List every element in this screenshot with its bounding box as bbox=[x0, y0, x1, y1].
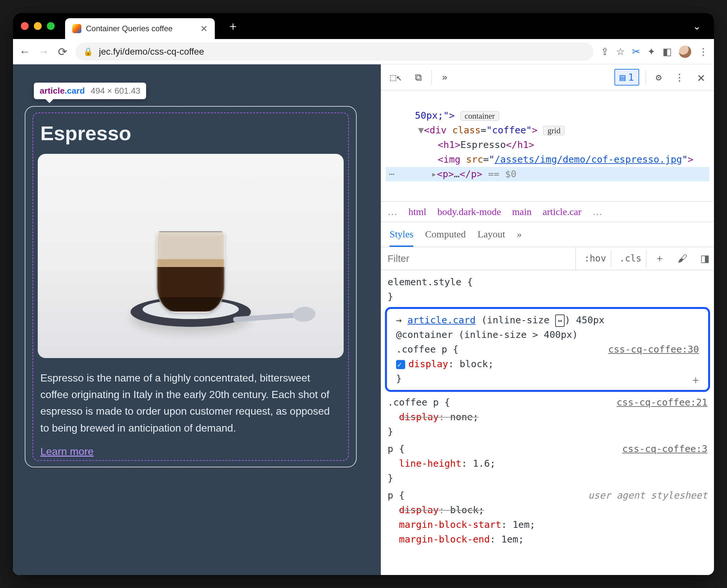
source-link-1[interactable]: css-cq-coffee:30 bbox=[608, 342, 699, 357]
more-tabs-icon[interactable]: » bbox=[438, 69, 451, 85]
container-query-rule[interactable]: → article.card (inline-size ↔) 450px @co… bbox=[389, 312, 706, 387]
nav-toolbar: ← → ⟳ 🔒 jec.fyi/demo/css-cq-coffee ⇪ ☆ ✂… bbox=[13, 39, 714, 64]
paint-icon[interactable]: 🖌 bbox=[673, 250, 692, 267]
devtools-panel: ⬚↖ ⧉ » ▤ 1 ⚙ ⋮ ✕ 50px;"> container ▼<div… bbox=[381, 64, 714, 575]
container-link[interactable]: article.card bbox=[407, 314, 476, 326]
tab-close-icon[interactable]: ✕ bbox=[200, 23, 208, 34]
chevron-down-icon[interactable]: ⌄ bbox=[693, 20, 701, 32]
tooltip-selector: article.card bbox=[40, 86, 85, 96]
issues-badge[interactable]: ▤ 1 bbox=[614, 69, 639, 86]
cup-shape bbox=[157, 231, 225, 313]
back-button[interactable]: ← bbox=[19, 45, 31, 58]
container-pill[interactable]: container bbox=[461, 111, 499, 121]
share-icon[interactable]: ⇪ bbox=[601, 46, 609, 57]
maximize-window-button[interactable] bbox=[47, 22, 55, 30]
breadcrumb-html[interactable]: html bbox=[408, 206, 426, 217]
tab-styles[interactable]: Styles bbox=[389, 229, 413, 247]
minimize-window-button[interactable] bbox=[34, 22, 42, 30]
scissors-icon[interactable]: ✂ bbox=[632, 46, 640, 57]
breadcrumb-overflow-right[interactable]: … bbox=[592, 206, 602, 217]
tab-title: Container Queries coffee bbox=[86, 24, 196, 33]
breadcrumb-body[interactable]: body.dark-mode bbox=[437, 206, 501, 217]
source-link-2[interactable]: css-cq-coffee:21 bbox=[617, 395, 707, 410]
breadcrumb-main[interactable]: main bbox=[512, 206, 532, 217]
kebab-icon[interactable]: ⋮ bbox=[671, 69, 688, 85]
element-style-rule[interactable]: element.style { } bbox=[381, 274, 714, 306]
coffee-p-rule-overridden[interactable]: .coffee p {css-cq-coffee:21 display: non… bbox=[381, 394, 714, 440]
styles-filter-input[interactable] bbox=[381, 247, 576, 270]
url-text: jec.fyi/demo/css-cq-coffee bbox=[99, 46, 586, 57]
devtools-close-icon[interactable]: ✕ bbox=[694, 68, 708, 86]
tab-computed[interactable]: Computed bbox=[425, 229, 466, 247]
page-viewport: article.card 494 × 601.43 Espresso Espre… bbox=[13, 64, 381, 575]
prop-checkbox[interactable] bbox=[396, 360, 405, 369]
ua-stylesheet-rule[interactable]: p {user agent stylesheet display: block;… bbox=[381, 487, 714, 548]
panel-toggle-icon[interactable]: ◨ bbox=[696, 249, 714, 267]
address-bar[interactable]: 🔒 jec.fyi/demo/css-cq-coffee bbox=[76, 43, 593, 61]
source-link-3[interactable]: css-cq-coffee:3 bbox=[622, 442, 707, 456]
issues-count: 1 bbox=[628, 71, 634, 83]
settings-icon[interactable]: ⚙ bbox=[652, 69, 665, 85]
browser-tab[interactable]: Container Queries coffee ✕ bbox=[65, 18, 215, 39]
inspect-tooltip: article.card 494 × 601.43 bbox=[34, 83, 146, 99]
breadcrumb-article[interactable]: article.car bbox=[543, 206, 582, 217]
new-rule-icon[interactable]: ＋ bbox=[650, 249, 669, 268]
article-card: Espresso Espresso is the name of a highl… bbox=[25, 106, 357, 467]
hov-toggle[interactable]: :hov bbox=[580, 250, 611, 267]
forward-button[interactable]: → bbox=[38, 45, 49, 58]
tab-more-icon[interactable]: » bbox=[517, 229, 522, 247]
chat-icon: ▤ bbox=[620, 71, 625, 83]
breadcrumb-overflow-left[interactable]: … bbox=[388, 206, 397, 217]
styles-rules[interactable]: element.style { } → article.card (inline… bbox=[381, 270, 714, 575]
styles-filter-row: :hov .cls ＋ 🖌 ◨ bbox=[381, 247, 714, 270]
content-split: article.card 494 × 601.43 Espresso Espre… bbox=[13, 64, 714, 575]
tooltip-dimensions: 494 × 601.43 bbox=[91, 86, 141, 96]
sidepanel-icon[interactable]: ◧ bbox=[663, 46, 672, 57]
learn-more-link[interactable]: Learn more bbox=[40, 445, 94, 457]
grid-pill[interactable]: grid bbox=[543, 126, 565, 135]
cls-toggle[interactable]: .cls bbox=[615, 250, 646, 267]
devtools-toolbar: ⬚↖ ⧉ » ▤ 1 ⚙ ⋮ ✕ bbox=[381, 64, 714, 90]
window-controls bbox=[21, 22, 55, 30]
bookmark-icon[interactable]: ☆ bbox=[616, 46, 625, 57]
card-heading: Espresso bbox=[40, 122, 341, 145]
profile-avatar[interactable] bbox=[679, 45, 691, 58]
selected-element-row[interactable]: ⋯▸<p>…</p> == $0 bbox=[386, 167, 709, 182]
coffee-image bbox=[38, 154, 344, 358]
elements-tree[interactable]: 50px;"> container ▼<div class="coffee"> … bbox=[381, 90, 714, 202]
device-toggle-icon[interactable]: ⧉ bbox=[412, 69, 425, 85]
tab-layout[interactable]: Layout bbox=[478, 229, 505, 247]
add-property-icon[interactable]: + bbox=[692, 372, 699, 388]
extensions-icon[interactable]: ✦ bbox=[647, 46, 655, 57]
breadcrumb-trail: … html body.dark-mode main article.car … bbox=[381, 202, 714, 222]
p-lineheight-rule[interactable]: p {css-cq-coffee:3 line-height: 1.6; } bbox=[381, 440, 714, 487]
titlebar: Container Queries coffee ✕ ＋ ⌄ bbox=[13, 13, 714, 39]
card-paragraph: Espresso is the name of a highly concent… bbox=[40, 370, 341, 437]
reload-button[interactable]: ⟳ bbox=[57, 45, 68, 58]
new-tab-button[interactable]: ＋ bbox=[227, 18, 239, 34]
close-window-button[interactable] bbox=[21, 22, 28, 30]
ua-label: user agent stylesheet bbox=[588, 488, 707, 503]
kebab-menu-icon[interactable]: ⋮ bbox=[699, 46, 708, 57]
highlighted-container-rule: → article.card (inline-size ↔) 450px @co… bbox=[385, 307, 710, 392]
inspect-icon[interactable]: ⬚↖ bbox=[387, 69, 405, 85]
img-src-link[interactable]: /assets/img/demo/cof-espresso.jpg bbox=[494, 154, 682, 165]
lock-icon: 🔒 bbox=[83, 47, 93, 56]
browser-window: Container Queries coffee ✕ ＋ ⌄ ← → ⟳ 🔒 j… bbox=[13, 13, 714, 575]
styles-tabs: Styles Computed Layout » bbox=[381, 222, 714, 247]
inline-size-icon: ↔ bbox=[555, 314, 565, 327]
favicon bbox=[72, 24, 81, 33]
